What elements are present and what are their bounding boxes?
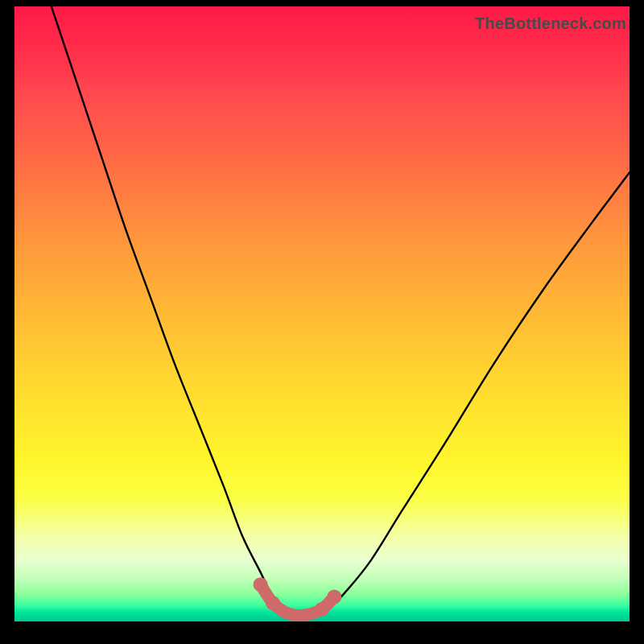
- highlight-dot: [254, 577, 268, 592]
- highlight-dot: [266, 596, 280, 610]
- highlight-dot: [315, 602, 329, 617]
- bottleneck-curve: [52, 6, 630, 616]
- chart-frame: TheBottleneck.com: [14, 6, 630, 634]
- highlight-dot: [327, 589, 341, 604]
- chart-svg: [14, 6, 630, 621]
- watermark-text: TheBottleneck.com: [475, 14, 626, 33]
